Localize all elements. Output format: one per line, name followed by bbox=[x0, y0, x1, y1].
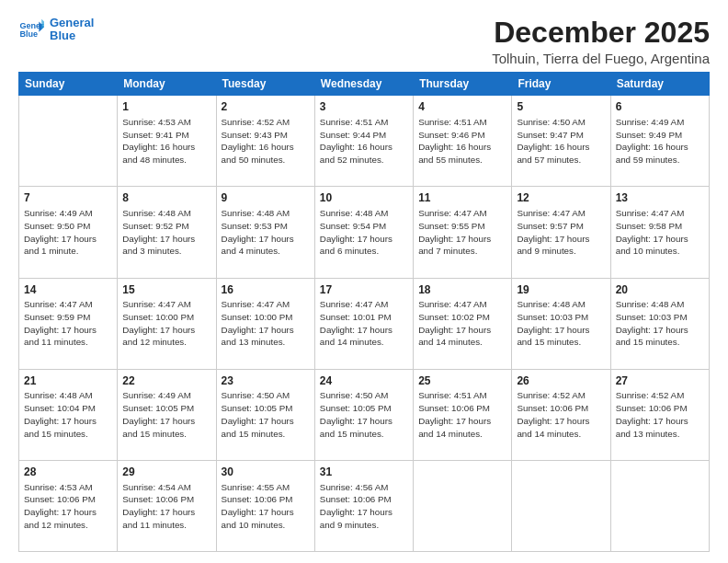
day-number: 24 bbox=[320, 373, 408, 389]
calendar-cell bbox=[414, 460, 512, 551]
day-number: 23 bbox=[222, 373, 310, 389]
weekday-header-friday: Friday bbox=[512, 73, 610, 96]
calendar-cell: 25Sunrise: 4:51 AM Sunset: 10:06 PM Dayl… bbox=[414, 369, 512, 460]
day-number: 12 bbox=[517, 190, 605, 206]
calendar-week-row: 14Sunrise: 4:47 AM Sunset: 9:59 PM Dayli… bbox=[19, 278, 710, 369]
calendar-cell: 27Sunrise: 4:52 AM Sunset: 10:06 PM Dayl… bbox=[610, 369, 709, 460]
day-number: 30 bbox=[222, 465, 310, 480]
day-number: 16 bbox=[222, 282, 310, 298]
calendar-cell: 8Sunrise: 4:48 AM Sunset: 9:52 PM Daylig… bbox=[118, 187, 216, 278]
day-number: 26 bbox=[517, 373, 605, 389]
day-info: Sunrise: 4:48 AM Sunset: 10:04 PM Daylig… bbox=[24, 389, 112, 440]
calendar-cell: 21Sunrise: 4:48 AM Sunset: 10:04 PM Dayl… bbox=[19, 369, 118, 460]
logo-icon: General Blue bbox=[18, 17, 44, 42]
header: General Blue General Blue December 2025 … bbox=[18, 17, 710, 66]
day-info: Sunrise: 4:51 AM Sunset: 9:46 PM Dayligh… bbox=[418, 116, 506, 167]
day-number: 20 bbox=[616, 282, 704, 298]
day-info: Sunrise: 4:49 AM Sunset: 9:50 PM Dayligh… bbox=[24, 207, 112, 258]
day-number: 9 bbox=[222, 190, 310, 206]
day-info: Sunrise: 4:50 AM Sunset: 10:05 PM Daylig… bbox=[222, 389, 310, 440]
calendar-cell: 9Sunrise: 4:48 AM Sunset: 9:53 PM Daylig… bbox=[216, 187, 314, 278]
weekday-header-tuesday: Tuesday bbox=[216, 73, 314, 96]
calendar-cell: 29Sunrise: 4:54 AM Sunset: 10:06 PM Dayl… bbox=[118, 460, 216, 551]
calendar-table: SundayMondayTuesdayWednesdayThursdayFrid… bbox=[18, 72, 710, 552]
svg-text:Blue: Blue bbox=[19, 30, 38, 40]
calendar-header-row: SundayMondayTuesdayWednesdayThursdayFrid… bbox=[19, 73, 710, 96]
calendar-cell: 16Sunrise: 4:47 AM Sunset: 10:00 PM Dayl… bbox=[216, 278, 314, 369]
day-number: 8 bbox=[122, 190, 210, 206]
day-number: 25 bbox=[418, 373, 506, 389]
day-number: 21 bbox=[24, 373, 112, 389]
day-info: Sunrise: 4:54 AM Sunset: 10:06 PM Daylig… bbox=[122, 481, 210, 532]
calendar-cell: 30Sunrise: 4:55 AM Sunset: 10:06 PM Dayl… bbox=[216, 460, 314, 551]
calendar-cell: 1Sunrise: 4:53 AM Sunset: 9:41 PM Daylig… bbox=[118, 96, 216, 187]
day-info: Sunrise: 4:49 AM Sunset: 10:05 PM Daylig… bbox=[122, 389, 210, 440]
day-info: Sunrise: 4:50 AM Sunset: 10:05 PM Daylig… bbox=[320, 389, 408, 440]
calendar-cell: 22Sunrise: 4:49 AM Sunset: 10:05 PM Dayl… bbox=[118, 369, 216, 460]
day-number: 19 bbox=[517, 282, 605, 298]
day-info: Sunrise: 4:48 AM Sunset: 9:52 PM Dayligh… bbox=[122, 207, 210, 258]
logo: General Blue General Blue bbox=[18, 17, 94, 43]
title-section: December 2025 Tolhuin, Tierra del Fuego,… bbox=[492, 17, 710, 66]
calendar-cell: 11Sunrise: 4:47 AM Sunset: 9:55 PM Dayli… bbox=[414, 187, 512, 278]
day-info: Sunrise: 4:53 AM Sunset: 9:41 PM Dayligh… bbox=[122, 116, 210, 167]
calendar-cell: 23Sunrise: 4:50 AM Sunset: 10:05 PM Dayl… bbox=[216, 369, 314, 460]
calendar-cell: 20Sunrise: 4:48 AM Sunset: 10:03 PM Dayl… bbox=[610, 278, 709, 369]
day-info: Sunrise: 4:48 AM Sunset: 10:03 PM Daylig… bbox=[616, 298, 704, 349]
day-info: Sunrise: 4:56 AM Sunset: 10:06 PM Daylig… bbox=[320, 481, 408, 532]
page-title: December 2025 bbox=[492, 17, 710, 49]
day-number: 1 bbox=[122, 99, 210, 115]
calendar-week-row: 7Sunrise: 4:49 AM Sunset: 9:50 PM Daylig… bbox=[19, 187, 710, 278]
day-number: 13 bbox=[616, 190, 704, 206]
calendar-cell: 17Sunrise: 4:47 AM Sunset: 10:01 PM Dayl… bbox=[314, 278, 413, 369]
calendar-cell: 7Sunrise: 4:49 AM Sunset: 9:50 PM Daylig… bbox=[19, 187, 118, 278]
calendar-cell: 28Sunrise: 4:53 AM Sunset: 10:06 PM Dayl… bbox=[19, 460, 118, 551]
calendar-cell bbox=[19, 96, 118, 187]
logo-text-line1: General bbox=[50, 17, 94, 29]
calendar-cell: 4Sunrise: 4:51 AM Sunset: 9:46 PM Daylig… bbox=[414, 96, 512, 187]
day-number: 6 bbox=[616, 99, 704, 115]
calendar-cell: 2Sunrise: 4:52 AM Sunset: 9:43 PM Daylig… bbox=[216, 96, 314, 187]
day-number: 4 bbox=[418, 99, 506, 115]
day-number: 14 bbox=[24, 282, 112, 298]
calendar-cell: 12Sunrise: 4:47 AM Sunset: 9:57 PM Dayli… bbox=[512, 187, 610, 278]
day-number: 28 bbox=[24, 465, 112, 480]
calendar-cell: 3Sunrise: 4:51 AM Sunset: 9:44 PM Daylig… bbox=[314, 96, 413, 187]
calendar-cell: 10Sunrise: 4:48 AM Sunset: 9:54 PM Dayli… bbox=[314, 187, 413, 278]
day-number: 7 bbox=[24, 190, 112, 206]
day-info: Sunrise: 4:51 AM Sunset: 9:44 PM Dayligh… bbox=[320, 116, 408, 167]
day-info: Sunrise: 4:50 AM Sunset: 9:47 PM Dayligh… bbox=[517, 116, 605, 167]
day-number: 18 bbox=[418, 282, 506, 298]
day-number: 5 bbox=[517, 99, 605, 115]
day-number: 3 bbox=[320, 99, 408, 115]
day-info: Sunrise: 4:52 AM Sunset: 10:06 PM Daylig… bbox=[517, 389, 605, 440]
calendar-cell: 18Sunrise: 4:47 AM Sunset: 10:02 PM Dayl… bbox=[414, 278, 512, 369]
calendar-cell: 26Sunrise: 4:52 AM Sunset: 10:06 PM Dayl… bbox=[512, 369, 610, 460]
day-info: Sunrise: 4:47 AM Sunset: 9:57 PM Dayligh… bbox=[517, 207, 605, 258]
day-number: 29 bbox=[122, 465, 210, 480]
calendar-cell: 19Sunrise: 4:48 AM Sunset: 10:03 PM Dayl… bbox=[512, 278, 610, 369]
calendar-cell: 13Sunrise: 4:47 AM Sunset: 9:58 PM Dayli… bbox=[610, 187, 709, 278]
day-info: Sunrise: 4:51 AM Sunset: 10:06 PM Daylig… bbox=[418, 389, 506, 440]
day-info: Sunrise: 4:47 AM Sunset: 10:01 PM Daylig… bbox=[320, 298, 408, 349]
day-number: 15 bbox=[122, 282, 210, 298]
calendar-cell: 5Sunrise: 4:50 AM Sunset: 9:47 PM Daylig… bbox=[512, 96, 610, 187]
day-number: 22 bbox=[122, 373, 210, 389]
calendar-week-row: 28Sunrise: 4:53 AM Sunset: 10:06 PM Dayl… bbox=[19, 460, 710, 551]
day-info: Sunrise: 4:48 AM Sunset: 10:03 PM Daylig… bbox=[517, 298, 605, 349]
weekday-header-wednesday: Wednesday bbox=[314, 73, 413, 96]
calendar-cell: 6Sunrise: 4:49 AM Sunset: 9:49 PM Daylig… bbox=[610, 96, 709, 187]
day-info: Sunrise: 4:47 AM Sunset: 9:58 PM Dayligh… bbox=[616, 207, 704, 258]
day-info: Sunrise: 4:55 AM Sunset: 10:06 PM Daylig… bbox=[222, 481, 310, 532]
day-number: 10 bbox=[320, 190, 408, 206]
weekday-header-sunday: Sunday bbox=[19, 73, 118, 96]
day-number: 27 bbox=[616, 373, 704, 389]
day-info: Sunrise: 4:47 AM Sunset: 9:55 PM Dayligh… bbox=[418, 207, 506, 258]
calendar-week-row: 21Sunrise: 4:48 AM Sunset: 10:04 PM Dayl… bbox=[19, 369, 710, 460]
day-number: 11 bbox=[418, 190, 506, 206]
weekday-header-monday: Monday bbox=[118, 73, 216, 96]
calendar-cell: 31Sunrise: 4:56 AM Sunset: 10:06 PM Dayl… bbox=[314, 460, 413, 551]
calendar-cell: 15Sunrise: 4:47 AM Sunset: 10:00 PM Dayl… bbox=[118, 278, 216, 369]
calendar-cell: 14Sunrise: 4:47 AM Sunset: 9:59 PM Dayli… bbox=[19, 278, 118, 369]
day-info: Sunrise: 4:47 AM Sunset: 10:02 PM Daylig… bbox=[418, 298, 506, 349]
